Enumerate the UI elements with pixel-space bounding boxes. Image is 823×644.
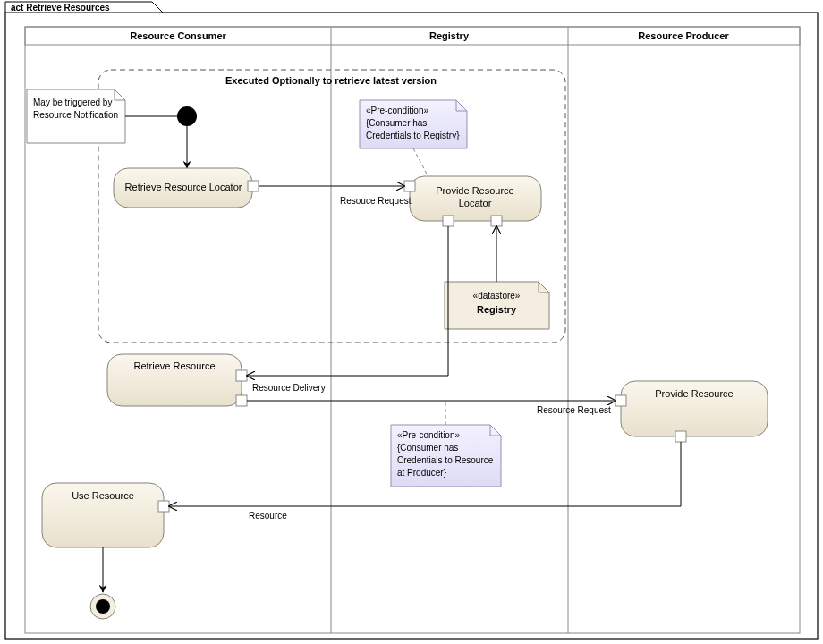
svg-text:Provide Resource: Provide Resource [655,388,733,399]
initial-node [177,106,197,126]
pin-icon [615,395,626,406]
flow-label-request1: Resouce Request [340,196,412,206]
pin-icon [443,216,454,226]
svg-point-33 [96,599,110,614]
pin-icon [248,181,259,191]
pin-icon [236,370,247,381]
note-pre-registry-anchor [413,148,429,179]
activity-provide-resource: Provide Resource [615,381,768,442]
diagram-title-tab: act Retrieve Resources [5,2,163,13]
svg-text:Credentials to Resource: Credentials to Resource [397,455,494,465]
pin-icon [491,216,502,226]
note-pre-producer: «Pre-condition» {Consumer has Credential… [391,425,501,487]
lane-header-producer: Resource Producer [638,30,729,41]
svg-text:Use Resource: Use Resource [72,490,134,501]
activity-retrieve-resource: Retrieve Resource [107,354,247,406]
flow-label-delivery: Resource Delivery [252,383,326,393]
note-trigger: May be triggered by Resource Notificatio… [27,89,125,143]
region-label: Executed Optionally to retrieve latest v… [225,75,437,86]
svg-text:Credentials to Registry}: Credentials to Registry} [366,131,460,140]
flow-label-request2: Resource Request [537,405,611,415]
flow-delivery [247,226,448,376]
pin-icon [675,431,686,442]
svg-text:«Pre-condition»: «Pre-condition» [366,106,428,115]
svg-text:«Pre-condition»: «Pre-condition» [397,430,460,440]
pin-icon [158,501,169,512]
svg-text:Retrieve Resource: Retrieve Resource [133,360,215,371]
lane-header-registry: Registry [429,30,470,41]
svg-text:{Consumer has: {Consumer has [397,443,458,453]
diagram-title: act Retrieve Resources [11,3,110,13]
lane-header-consumer: Resource Consumer [130,30,226,41]
svg-text:Retrieve Resource Locator: Retrieve Resource Locator [125,182,242,192]
svg-text:Registry: Registry [477,304,517,315]
svg-text:Resource Notification: Resource Notification [33,110,118,120]
flow-label-resource: Resource [249,511,287,521]
note-pre-registry: «Pre-condition» {Consumer has Credential… [360,100,467,148]
pin-icon [404,181,415,191]
svg-text:Locator: Locator [459,198,492,208]
final-node [90,594,115,619]
svg-text:at Producer}: at Producer} [397,468,447,478]
activity-diagram: act Retrieve Resources Resource Consumer… [0,0,823,644]
activity-use-resource: Use Resource [42,483,169,547]
svg-text:«datastore»: «datastore» [473,291,521,301]
activity-provide-locator: Provide Resource Locator [404,176,541,226]
svg-text:May be triggered by: May be triggered by [33,97,112,107]
pin-icon [236,395,247,406]
svg-text:Provide Resource: Provide Resource [436,185,513,196]
svg-text:{Consumer has: {Consumer has [366,118,427,128]
datastore-registry: «datastore» Registry [445,282,549,329]
activity-retrieve-locator: Retrieve Resource Locator [114,168,259,208]
